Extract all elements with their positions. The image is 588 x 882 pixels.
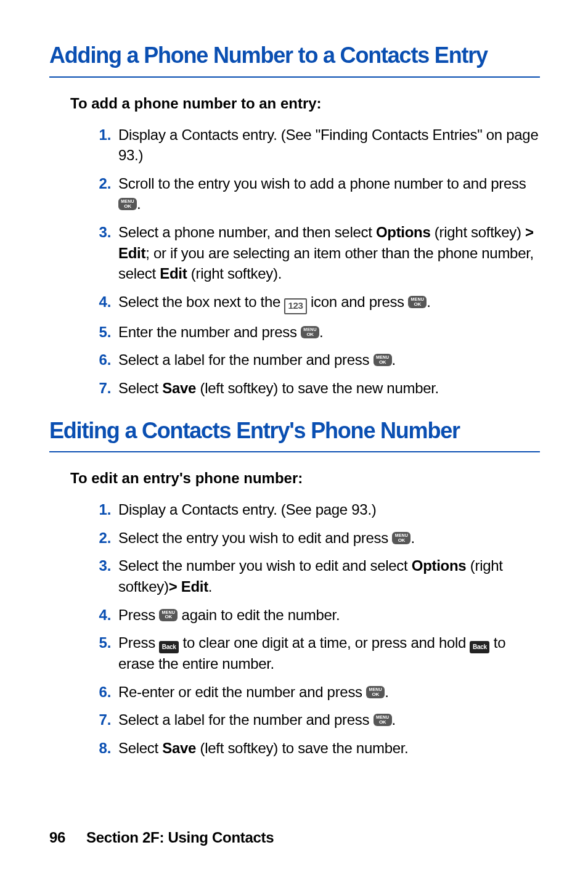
step-text: . xyxy=(208,578,212,595)
step: 5. Press to clear one digit at a time, o… xyxy=(89,632,540,674)
step-punctuation: . xyxy=(319,324,323,340)
step-number: 2. xyxy=(89,173,111,194)
menu-ok-key-icon xyxy=(374,714,392,726)
step-number: 6. xyxy=(89,682,111,703)
intro-add-number: To add a phone number to an entry: xyxy=(49,95,540,112)
options-label: Options xyxy=(376,224,431,240)
step-number: 6. xyxy=(89,349,111,370)
step-text: Select xyxy=(118,380,162,396)
step-text: Display a Contacts entry. (See page 93.) xyxy=(118,501,376,518)
step: 7. Select a label for the number and pre… xyxy=(89,709,540,730)
step-punctuation: . xyxy=(392,711,396,728)
step-text: to clear one digit at a time, or press a… xyxy=(179,634,470,651)
step-text: Press xyxy=(118,606,159,623)
page-footer: 96Section 2F: Using Contacts xyxy=(49,829,274,846)
step-text: Select xyxy=(118,740,162,756)
step-number: 1. xyxy=(89,499,111,520)
step-text: Select a phone number, and then select xyxy=(118,224,376,240)
step-punctuation: . xyxy=(392,351,396,368)
step-text: Re-enter or edit the number and press xyxy=(118,684,366,700)
step: 1. Display a Contacts entry. (See "Findi… xyxy=(89,125,540,166)
step: 4. Select the box next to the icon and p… xyxy=(89,292,540,314)
page-number: 96 xyxy=(49,829,65,846)
menu-ok-key-icon xyxy=(374,354,392,366)
step-text: (left softkey) to save the new number. xyxy=(196,380,439,396)
step-number: 5. xyxy=(89,632,111,653)
step: 6. Select a label for the number and pre… xyxy=(89,349,540,370)
step: 8. Select Save (left softkey) to save th… xyxy=(89,738,540,759)
step-number: 5. xyxy=(89,322,111,343)
step-text: again to edit the number. xyxy=(178,606,340,623)
save-label: Save xyxy=(162,740,196,756)
options-label: Options xyxy=(412,557,467,574)
menu-ok-key-icon xyxy=(301,326,319,338)
back-key-icon xyxy=(159,641,179,653)
menu-ok-key-icon xyxy=(366,686,385,698)
step-number: 4. xyxy=(89,292,111,312)
menu-ok-key-icon xyxy=(408,296,427,308)
step-text: Enter the number and press xyxy=(118,324,301,340)
step-number: 3. xyxy=(89,555,111,576)
step-punctuation: . xyxy=(427,293,430,310)
step: 3. Select the number you wish to edit an… xyxy=(89,555,540,597)
step-text: Scroll to the entry you wish to add a ph… xyxy=(118,175,526,192)
step-number: 8. xyxy=(89,738,111,759)
step-text: Select a label for the number and press xyxy=(118,711,374,728)
edit-label: Edit xyxy=(160,265,187,282)
gt-symbol: > xyxy=(169,578,181,595)
step-text: Select the number you wish to edit and s… xyxy=(118,557,412,574)
step-text: (right softkey) xyxy=(431,224,526,240)
step-punctuation: . xyxy=(410,529,414,546)
intro-edit-number: To edit an entry's phone number: xyxy=(49,470,540,487)
edit-label: Edit xyxy=(118,245,145,261)
step: 5. Enter the number and press . xyxy=(89,322,540,343)
step-text: (left softkey) to save the number. xyxy=(196,740,408,756)
step: 2. Select the entry you wish to edit and… xyxy=(89,528,540,549)
menu-ok-key-icon xyxy=(159,609,178,621)
step-text: Press xyxy=(118,634,159,651)
step-text: Select the box next to the xyxy=(118,293,284,310)
step-text: (right softkey). xyxy=(187,265,282,282)
section-label: Section 2F: Using Contacts xyxy=(86,829,274,846)
page: Adding a Phone Number to a Contacts Entr… xyxy=(0,0,588,882)
step-text: Select the entry you wish to edit and pr… xyxy=(118,529,392,546)
step-number: 4. xyxy=(89,605,111,626)
step: 1. Display a Contacts entry. (See page 9… xyxy=(89,499,540,520)
step: 7. Select Save (left softkey) to save th… xyxy=(89,378,540,399)
back-key-icon xyxy=(470,641,489,653)
steps-edit: 1. Display a Contacts entry. (See page 9… xyxy=(49,499,540,758)
step-punctuation: . xyxy=(385,684,388,700)
step: 2. Scroll to the entry you wish to add a… xyxy=(89,173,540,214)
step: 3. Select a phone number, and then selec… xyxy=(89,222,540,284)
step-number: 3. xyxy=(89,222,111,243)
step-number: 1. xyxy=(89,125,111,145)
steps-add: 1. Display a Contacts entry. (See "Findi… xyxy=(49,125,540,399)
one-two-three-icon xyxy=(284,298,306,314)
save-label: Save xyxy=(162,380,196,396)
step-number: 2. xyxy=(89,528,111,549)
edit-label: Edit xyxy=(181,578,208,595)
step-text: Select a label for the number and press xyxy=(118,351,374,368)
menu-ok-key-icon xyxy=(392,532,410,544)
step-text: Display a Contacts entry. (See "Finding … xyxy=(118,126,538,164)
heading-adding-phone-number: Adding a Phone Number to a Contacts Entr… xyxy=(49,43,540,78)
step-number: 7. xyxy=(89,709,111,730)
step-text: icon and press xyxy=(307,293,409,310)
step: 6. Re-enter or edit the number and press… xyxy=(89,682,540,703)
step-number: 7. xyxy=(89,378,111,399)
heading-editing-phone-number: Editing a Contacts Entry's Phone Number xyxy=(49,419,540,453)
step-punctuation: . xyxy=(137,195,141,212)
menu-ok-key-icon xyxy=(118,198,137,210)
gt-symbol: > xyxy=(525,224,534,240)
step: 4. Press again to edit the number. xyxy=(89,605,540,626)
